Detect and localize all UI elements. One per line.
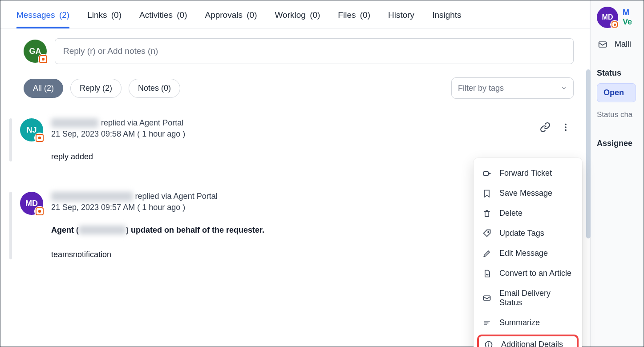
message-avatar: MD	[20, 192, 43, 215]
tab-label: Files	[338, 10, 356, 20]
status-dropdown[interactable]: Open	[597, 83, 636, 102]
bookmark-icon	[482, 189, 491, 198]
tab-label: Insights	[432, 10, 461, 20]
more-actions-button[interactable]	[559, 121, 572, 133]
tab-count: (0)	[247, 10, 257, 20]
requester-avatar: MD	[597, 7, 618, 28]
current-user-avatar: GA	[24, 40, 47, 63]
compose-row: GA Reply (r) or Add notes (n)	[0, 28, 590, 64]
more-vertical-icon	[561, 122, 571, 132]
tab-count: (2)	[59, 10, 69, 20]
document-icon	[482, 269, 491, 278]
dd-additional-details[interactable]: Additional Details	[477, 335, 579, 347]
dd-email-delivery-status[interactable]: Email Delivery Status	[474, 283, 582, 313]
filter-notes-pill[interactable]: Notes (0)	[129, 79, 180, 98]
filter-tags-placeholder: Filter by tags	[458, 84, 504, 93]
dd-save-message[interactable]: Save Message	[474, 183, 582, 203]
dd-summarize[interactable]: Summarize	[474, 313, 582, 333]
svg-rect-12	[599, 42, 607, 47]
requester-status: Ve	[623, 17, 632, 27]
dd-label: Edit Message	[499, 249, 548, 258]
assignee-label: Assignee	[597, 139, 644, 148]
tab-count: (0)	[360, 10, 370, 20]
lines-icon	[482, 319, 491, 327]
tab-insights[interactable]: Insights	[432, 6, 461, 28]
message-author-redacted: ████████	[51, 118, 98, 128]
message-suffix: replied via Agent Portal	[135, 192, 218, 201]
message-timestamp: 21 Sep, 2023 09:58 AM ( 1 hour ago )	[51, 129, 531, 139]
sidebar: MD M Ve Malli Status Open Status cha Ass…	[590, 0, 644, 347]
message-avatar: NJ	[20, 118, 43, 141]
filter-reply-pill[interactable]: Reply (2)	[70, 79, 122, 98]
avatar-initials: NJ	[26, 125, 36, 135]
dd-label: Summarize	[499, 318, 540, 327]
tabs-bar: Messages (2) Links (0) Activities (0) Ap…	[0, 0, 590, 28]
scrollbar[interactable]	[586, 69, 591, 238]
svg-rect-5	[484, 296, 490, 300]
svg-point-2	[565, 129, 567, 131]
dd-label: Additional Details	[501, 340, 563, 347]
dd-forward-ticket[interactable]: Forward Ticket	[474, 163, 582, 183]
svg-point-11	[489, 343, 489, 343]
requester-email-row: Malli	[597, 40, 644, 49]
message-bold-redacted: ████████	[79, 226, 126, 234]
tab-label: Messages	[16, 10, 55, 20]
dd-update-tags[interactable]: Update Tags	[474, 223, 582, 243]
avatar-badge-icon	[610, 20, 619, 29]
trash-icon	[482, 209, 491, 218]
info-icon	[484, 340, 493, 347]
dd-label: Delete	[499, 209, 522, 218]
pencil-icon	[482, 249, 491, 258]
dd-edit-message[interactable]: Edit Message	[474, 243, 582, 263]
tab-label: Links	[87, 10, 107, 20]
mail-check-icon	[482, 294, 491, 303]
svg-point-1	[565, 126, 567, 128]
avatar-badge-icon	[38, 54, 49, 65]
message-item: NJ ████████ replied via Agent Portal 21 …	[9, 115, 581, 161]
tab-label: Approvals	[205, 10, 243, 20]
envelope-icon	[597, 40, 608, 49]
compose-placeholder: Reply (r) or Add notes (n)	[63, 46, 158, 56]
tab-messages[interactable]: Messages (2)	[16, 6, 69, 28]
message-bold-post: ) updated on behalf of the requester.	[126, 226, 264, 234]
dd-convert-article[interactable]: Convert to an Article	[474, 263, 582, 283]
tab-approvals[interactable]: Approvals (0)	[205, 6, 257, 28]
avatar-initials: MD	[25, 199, 38, 208]
dd-label: Update Tags	[499, 229, 544, 238]
tab-count: (0)	[177, 10, 187, 20]
message-accent-bar	[9, 192, 12, 259]
message-bold-pre: Agent (	[51, 226, 79, 234]
tab-count: (0)	[111, 10, 122, 20]
dd-label: Forward Ticket	[499, 169, 552, 178]
tab-label: History	[388, 10, 414, 20]
message-author-redacted: ██████████████	[51, 192, 133, 201]
message-accent-bar	[9, 118, 12, 161]
svg-point-0	[565, 124, 567, 125]
forward-icon	[482, 169, 491, 178]
tab-count: (0)	[310, 10, 320, 20]
copy-link-button[interactable]	[539, 121, 551, 133]
tab-history[interactable]: History	[388, 6, 414, 28]
chevron-down-icon	[561, 85, 567, 91]
tab-label: Activities	[139, 10, 173, 20]
message-actions-dropdown: Forward Ticket Save Message Delete Updat…	[474, 158, 582, 347]
tab-worklog[interactable]: Worklog (0)	[275, 6, 320, 28]
dd-label: Convert to an Article	[499, 269, 571, 278]
dd-delete[interactable]: Delete	[474, 203, 582, 223]
requester-email-name: Malli	[615, 40, 631, 49]
message-suffix: replied via Agent Portal	[101, 118, 183, 128]
filter-tags-dropdown[interactable]: Filter by tags	[451, 77, 574, 99]
filter-all-pill[interactable]: All (2)	[24, 79, 63, 98]
tab-activities[interactable]: Activities (0)	[139, 6, 187, 28]
filter-row: All (2) Reply (2) Notes (0) Filter by ta…	[0, 64, 590, 99]
requester-initial: M	[623, 8, 632, 17]
tab-label: Worklog	[275, 10, 306, 20]
tab-links[interactable]: Links (0)	[87, 6, 122, 28]
compose-input[interactable]: Reply (r) or Add notes (n)	[55, 38, 574, 64]
status-label: Status	[597, 69, 644, 78]
avatar-badge-icon	[34, 206, 45, 217]
link-icon	[540, 122, 551, 133]
tab-files[interactable]: Files (0)	[338, 6, 370, 28]
tag-icon	[482, 229, 491, 238]
avatar-badge-icon	[34, 133, 45, 143]
